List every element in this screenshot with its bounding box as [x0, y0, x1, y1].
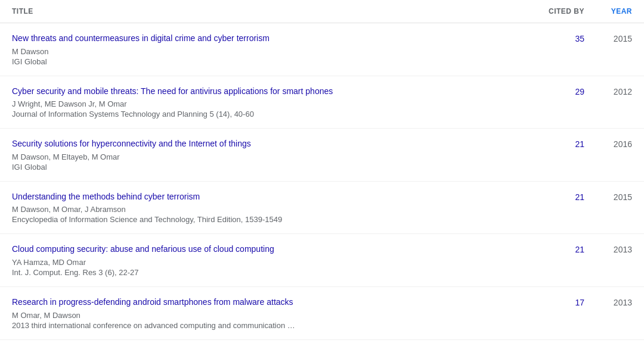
cited-by-column-header: CITED BY: [525, 7, 584, 15]
paper-journal: Encyclopedia of Information Science and …: [12, 215, 513, 224]
paper-cited-by-count[interactable]: 21: [525, 244, 584, 254]
table-header: TITLE CITED BY YEAR: [0, 0, 644, 23]
paper-title-link[interactable]: New threats and countermeasures in digit…: [12, 33, 513, 45]
table-row: Security solutions for hyperconnectivity…: [0, 129, 644, 182]
paper-year: 2012: [584, 86, 632, 96]
paper-info: New threats and countermeasures in digit…: [12, 33, 525, 66]
paper-year: 2016: [584, 138, 632, 149]
papers-list: New threats and countermeasures in digit…: [0, 23, 644, 340]
paper-year: 2015: [584, 191, 632, 202]
paper-title-link[interactable]: Cloud computing security: abuse and nefa…: [12, 244, 513, 255]
paper-title-link[interactable]: Research in progress-defending android s…: [12, 297, 513, 308]
paper-cited-by-count[interactable]: 17: [525, 297, 584, 307]
table-row: Research in progress-defending android s…: [0, 287, 644, 340]
paper-info: Security solutions for hyperconnectivity…: [12, 138, 525, 172]
paper-title-link[interactable]: Cyber security and mobile threats: The n…: [12, 86, 513, 98]
table-row: New threats and countermeasures in digit…: [0, 23, 644, 76]
paper-cited-by-count[interactable]: 35: [525, 33, 584, 43]
paper-year: 2015: [584, 33, 632, 43]
paper-authors: M Dawson: [12, 47, 513, 56]
paper-info: Cloud computing security: abuse and nefa…: [12, 244, 525, 277]
paper-info: Cyber security and mobile threats: The n…: [12, 86, 525, 119]
paper-title-link[interactable]: Understanding the methods behind cyber t…: [12, 191, 513, 203]
year-column-header: YEAR: [584, 7, 632, 15]
table-row: Understanding the methods behind cyber t…: [0, 182, 644, 235]
title-column-header: TITLE: [12, 7, 525, 15]
paper-info: Understanding the methods behind cyber t…: [12, 191, 525, 224]
paper-journal: Journal of Information Systems Technolog…: [12, 110, 513, 119]
paper-cited-by-count[interactable]: 21: [525, 191, 584, 202]
paper-info: Research in progress-defending android s…: [12, 297, 525, 330]
paper-authors: M Dawson, M Omar, J Abramson: [12, 205, 513, 214]
paper-cited-by-count[interactable]: 29: [525, 86, 584, 96]
paper-authors: J Wright, ME Dawson Jr, M Omar: [12, 99, 513, 108]
paper-year: 2013: [584, 244, 632, 254]
paper-authors: YA Hamza, MD Omar: [12, 258, 513, 267]
table-row: Cyber security and mobile threats: The n…: [0, 76, 644, 129]
papers-table: TITLE CITED BY YEAR New threats and coun…: [0, 0, 644, 340]
paper-journal: 2013 third international conference on a…: [12, 321, 513, 330]
paper-authors: M Dawson, M Eltayeb, M Omar: [12, 152, 513, 161]
paper-cited-by-count[interactable]: 21: [525, 138, 584, 149]
paper-title-link[interactable]: Security solutions for hyperconnectivity…: [12, 138, 513, 150]
paper-authors: M Omar, M Dawson: [12, 311, 513, 320]
paper-journal: IGI Global: [12, 57, 513, 66]
table-row: Cloud computing security: abuse and nefa…: [0, 234, 644, 287]
paper-year: 2013: [584, 297, 632, 307]
paper-journal: Int. J. Comput. Eng. Res 3 (6), 22-27: [12, 268, 513, 277]
paper-journal: IGI Global: [12, 163, 513, 172]
